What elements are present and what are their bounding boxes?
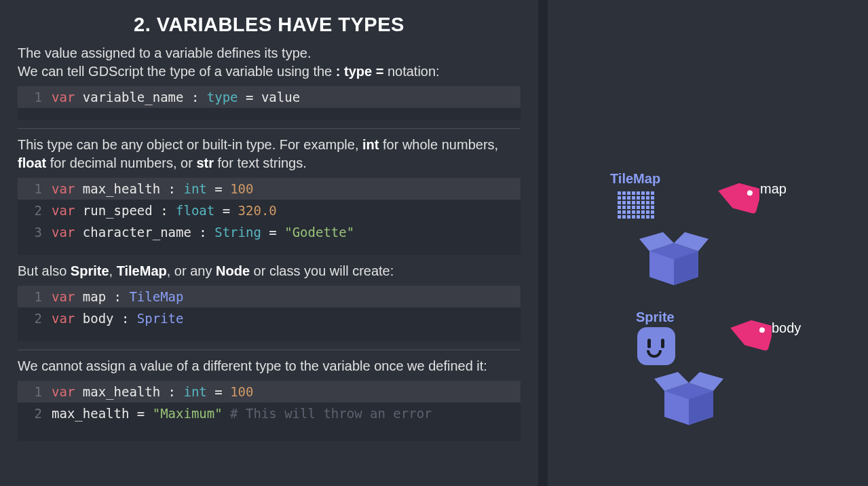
code-block-4: 1 var max_health : int = 100 2 max_healt… xyxy=(18,381,521,441)
tag-icon xyxy=(712,179,759,219)
paragraph-2: This type can be any object or built-in … xyxy=(18,136,521,172)
paragraph-4: We cannot assign a value of a different … xyxy=(18,357,521,375)
intro-notation: : type = xyxy=(336,64,384,79)
line-number: 1 xyxy=(18,289,52,304)
line-number: 2 xyxy=(18,203,52,218)
sprite-label: Sprite xyxy=(636,310,675,325)
panel-divider xyxy=(538,0,548,486)
divider-line xyxy=(18,350,521,350)
code-block-2: 1 var max_health : int = 100 2 var run_s… xyxy=(18,178,521,255)
code-block-1: 1 var variable_name : type = value xyxy=(18,86,521,120)
code-line: 1 var max_health : int = 100 xyxy=(18,381,521,403)
box-icon xyxy=(651,371,727,430)
map-label: map xyxy=(760,181,787,197)
code-block-3: 1 var map : TileMap 2 var body : Sprite xyxy=(18,286,521,341)
paragraph-3: But also Sprite, TileMap, or any Node or… xyxy=(18,262,521,280)
sprite-face-icon xyxy=(637,327,675,365)
tag-icon xyxy=(724,316,772,356)
illustration-panel: TileMap map Sprite xyxy=(548,0,868,486)
line-number: 1 xyxy=(18,181,52,196)
line-number: 2 xyxy=(18,406,52,421)
code-line: 3 var character_name : String = "Godette… xyxy=(18,221,521,243)
line-number: 1 xyxy=(18,384,52,399)
code-line: 2 max_health = "Maximum" # This will thr… xyxy=(18,403,521,424)
line-number: 2 xyxy=(18,311,52,326)
line-number: 1 xyxy=(18,90,52,105)
code-line: 2 var run_speed : float = 320.0 xyxy=(18,200,521,221)
tilemap-grid-icon xyxy=(618,191,654,219)
divider-line xyxy=(18,128,521,129)
code-line: 1 var max_health : int = 100 xyxy=(18,178,521,200)
line-number: 3 xyxy=(18,225,52,240)
code-text: var variable_name : type = value xyxy=(52,90,300,105)
code-line: 1 var variable_name : type = value xyxy=(18,86,521,108)
intro-line-2a: We can tell GDScript the type of a varia… xyxy=(18,64,336,79)
content-panel: 2. VARIABLES HAVE TYPES The value assign… xyxy=(0,0,538,486)
page-title: 2. VARIABLES HAVE TYPES xyxy=(18,14,521,36)
intro-line-2c: notation: xyxy=(383,64,439,79)
box-icon xyxy=(636,231,712,291)
intro-line-1: The value assigned to a variable defines… xyxy=(18,45,311,60)
code-line: 2 var body : Sprite xyxy=(18,307,521,329)
code-line: 1 var map : TileMap xyxy=(18,286,521,307)
intro-paragraph: The value assigned to a variable defines… xyxy=(18,44,521,81)
tilemap-label: TileMap xyxy=(610,171,660,187)
body-label: body xyxy=(772,320,801,336)
